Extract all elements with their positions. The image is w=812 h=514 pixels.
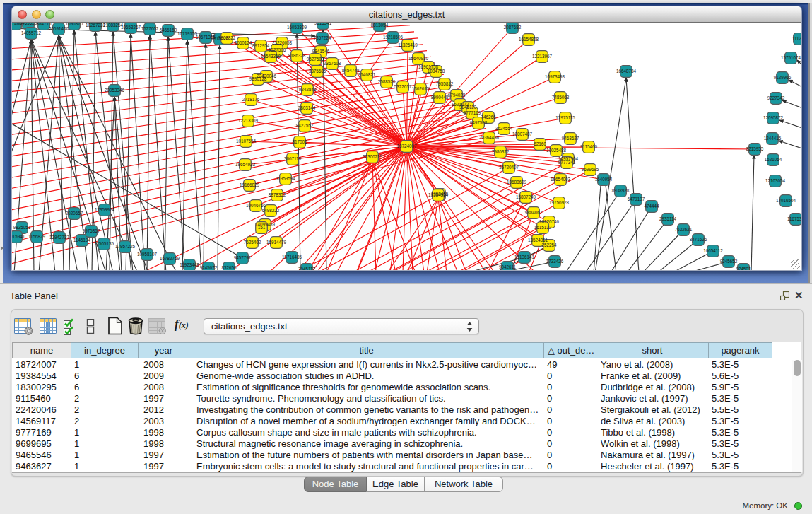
svg-text:1084758: 1084758 <box>428 69 445 74</box>
svg-text:62160: 62160 <box>534 141 546 146</box>
svg-text:924501: 924501 <box>736 267 751 270</box>
svg-text:7357224: 7357224 <box>314 35 331 40</box>
svg-text:474444: 474444 <box>644 204 659 209</box>
svg-text:2367608: 2367608 <box>324 61 341 66</box>
svg-text:12942737: 12942737 <box>49 235 70 240</box>
svg-text:10719155: 10719155 <box>177 31 198 36</box>
svg-text:2087682: 2087682 <box>504 25 522 30</box>
svg-text:1167533: 1167533 <box>787 216 801 221</box>
svg-text:2935114: 2935114 <box>659 216 677 221</box>
svg-text:9463620: 9463620 <box>20 23 37 25</box>
svg-text:7663822: 7663822 <box>218 35 236 40</box>
svg-text:15807249: 15807249 <box>516 194 536 199</box>
svg-text:11353594: 11353594 <box>276 176 295 181</box>
svg-text:12103054: 12103054 <box>765 178 786 183</box>
svg-text:10653267: 10653267 <box>121 25 141 30</box>
svg-text:17957225: 17957225 <box>115 244 136 249</box>
svg-text:1733426: 1733426 <box>546 259 564 264</box>
svg-text:14055712: 14055712 <box>21 30 42 35</box>
svg-text:817006: 817006 <box>292 139 307 144</box>
svg-text:15716485: 15716485 <box>282 255 302 259</box>
svg-text:5322037: 5322037 <box>394 84 412 89</box>
svg-text:6794028: 6794028 <box>448 93 466 98</box>
svg-text:832650: 832650 <box>221 265 237 270</box>
svg-text:1362615: 1362615 <box>412 86 430 91</box>
svg-text:19654923: 19654923 <box>235 162 256 167</box>
svg-text:9699695: 9699695 <box>582 167 599 172</box>
svg-text:6479197: 6479197 <box>628 197 645 201</box>
svg-text:8186328: 8186328 <box>288 53 306 58</box>
svg-text:9884067: 9884067 <box>525 210 543 215</box>
svg-text:9777169: 9777169 <box>464 110 481 115</box>
svg-text:1621064: 1621064 <box>765 157 782 162</box>
svg-text:9242848: 9242848 <box>299 87 317 92</box>
svg-text:9245072: 9245072 <box>200 265 218 270</box>
svg-text:9841546: 9841546 <box>312 49 330 54</box>
svg-text:25300215: 25300215 <box>363 154 383 159</box>
svg-text:8813054: 8813054 <box>371 23 389 28</box>
svg-text:2020657: 2020657 <box>66 211 83 216</box>
svg-text:19384554: 19384554 <box>428 192 449 197</box>
svg-text:13524851: 13524851 <box>528 238 548 243</box>
svg-text:10107554: 10107554 <box>236 139 257 144</box>
svg-text:15751074: 15751074 <box>781 55 801 60</box>
svg-text:11325419: 11325419 <box>398 42 418 47</box>
svg-text:2588520: 2588520 <box>378 79 396 84</box>
svg-text:9845110: 9845110 <box>459 105 477 110</box>
svg-text:7986372: 7986372 <box>492 149 510 154</box>
svg-text:3624554: 3624554 <box>495 126 513 131</box>
svg-text:9146821: 9146821 <box>358 72 376 77</box>
svg-text:12213967: 12213967 <box>532 54 553 59</box>
svg-text:252254: 252254 <box>541 243 557 247</box>
svg-text:19166829: 19166829 <box>240 182 260 187</box>
svg-text:10654112: 10654112 <box>703 248 723 253</box>
svg-text:15720407: 15720407 <box>499 165 519 170</box>
svg-text:10046766: 10046766 <box>246 203 266 208</box>
svg-text:15640910: 15640910 <box>408 56 429 61</box>
svg-text:1096370: 1096370 <box>66 23 83 26</box>
svg-text:9527508: 9527508 <box>307 57 324 62</box>
svg-text:1640954: 1640954 <box>595 177 613 182</box>
svg-text:7945112: 7945112 <box>298 267 316 270</box>
svg-text:7485063: 7485063 <box>552 95 570 100</box>
svg-text:12095872: 12095872 <box>763 115 784 120</box>
svg-text:23226058: 23226058 <box>272 40 293 45</box>
svg-text:8427552: 8427552 <box>296 123 314 128</box>
svg-text:10973493: 10973493 <box>545 74 565 79</box>
svg-text:12213369: 12213369 <box>238 118 259 123</box>
svg-text:15136141: 15136141 <box>514 255 535 259</box>
svg-text:6466160: 6466160 <box>160 28 177 33</box>
svg-text:7632621: 7632621 <box>675 227 693 232</box>
svg-text:3067110: 3067110 <box>284 156 302 161</box>
svg-text:8938928: 8938928 <box>612 188 630 193</box>
svg-text:10120746: 10120746 <box>539 219 560 224</box>
svg-text:10688609: 10688609 <box>507 180 527 185</box>
svg-text:9975867: 9975867 <box>83 228 100 233</box>
svg-text:1156829: 1156829 <box>28 234 46 239</box>
svg-text:1145194: 1145194 <box>73 238 91 243</box>
svg-text:8912954: 8912954 <box>252 43 270 48</box>
svg-text:19756928: 19756928 <box>549 200 570 205</box>
svg-text:6497568: 6497568 <box>470 120 488 125</box>
svg-text:3375685: 3375685 <box>309 69 326 74</box>
svg-text:9835051: 9835051 <box>13 225 31 230</box>
svg-text:8215955: 8215955 <box>746 146 764 151</box>
svg-text:16053809: 16053809 <box>287 25 307 30</box>
svg-text:18724007: 18724007 <box>396 144 417 148</box>
svg-text:8660124: 8660124 <box>235 40 252 45</box>
svg-text:111254: 111254 <box>792 36 801 41</box>
svg-text:9115460: 9115460 <box>580 144 598 149</box>
svg-text:1527602: 1527602 <box>141 26 159 31</box>
svg-text:7625402: 7625402 <box>244 240 261 245</box>
svg-text:746266: 746266 <box>481 115 496 119</box>
svg-text:9457791: 9457791 <box>234 255 252 260</box>
svg-text:16648784: 16648784 <box>616 69 637 74</box>
svg-text:19654003: 19654003 <box>551 177 571 182</box>
svg-text:8471626: 8471626 <box>690 237 707 242</box>
svg-text:19218506: 19218506 <box>383 35 404 40</box>
svg-text:1244415: 1244415 <box>764 136 782 141</box>
svg-text:6498222: 6498222 <box>262 208 280 213</box>
svg-text:17016504: 17016504 <box>776 198 796 203</box>
svg-text:20364436: 20364436 <box>479 135 500 140</box>
svg-text:16154808: 16154808 <box>519 37 539 42</box>
